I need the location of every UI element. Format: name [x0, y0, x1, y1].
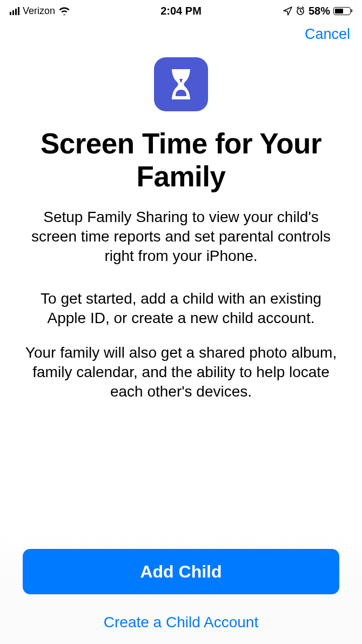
alarm-icon	[296, 6, 305, 16]
status-left: Verizon	[10, 5, 70, 17]
clock: 2:04 PM	[160, 5, 202, 17]
status-bar: Verizon 2:04 PM 58%	[0, 0, 362, 22]
footer: Add Child Create a Child Account	[0, 534, 362, 644]
status-right: 58%	[283, 5, 352, 17]
page-title: Screen Time for Your Family	[21, 128, 341, 193]
cancel-button[interactable]: Cancel	[305, 26, 350, 43]
body-paragraph-3: Your family will also get a shared photo…	[21, 343, 341, 401]
battery-percent: 58%	[309, 5, 330, 17]
hourglass-icon	[154, 57, 208, 111]
location-icon	[283, 6, 292, 16]
main-content: Screen Time for Your Family Setup Family…	[0, 46, 362, 516]
create-child-account-button[interactable]: Create a Child Account	[23, 611, 339, 634]
wifi-icon	[58, 6, 70, 15]
add-child-button[interactable]: Add Child	[23, 549, 339, 594]
carrier-label: Verizon	[23, 5, 55, 17]
nav-bar: Cancel	[0, 22, 362, 46]
body-paragraph-1: Setup Family Sharing to view your child'…	[21, 207, 341, 265]
cellular-signal-icon	[10, 6, 19, 15]
battery-icon	[333, 7, 352, 15]
body-paragraph-2: To get started, add a child with an exis…	[21, 289, 341, 328]
